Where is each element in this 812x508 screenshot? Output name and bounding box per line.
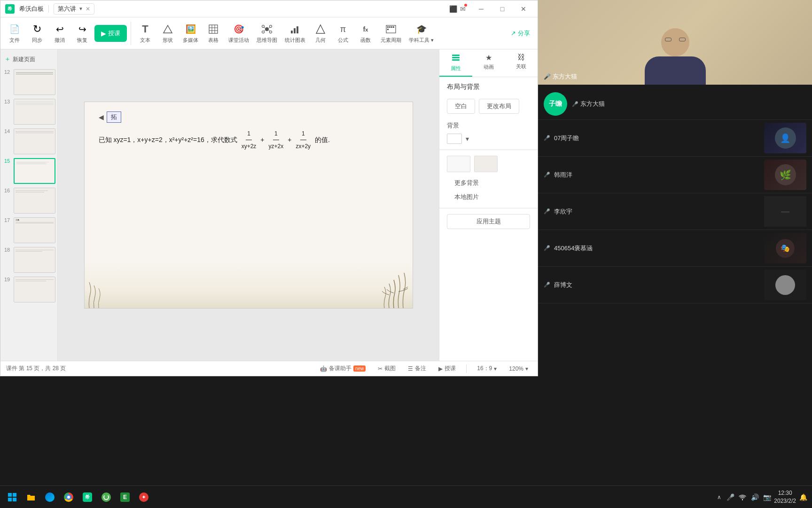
notification-icon[interactable]: ✉ <box>460 5 466 13</box>
slide-thumb-14[interactable] <box>14 128 55 154</box>
slide-thumb-12[interactable] <box>14 69 55 95</box>
participant-avatar-0: 子瞻 <box>544 92 567 116</box>
bg-color-swatch[interactable] <box>447 134 462 144</box>
slide-item-14[interactable]: 14 <box>0 127 57 156</box>
new-page-label: 新建页面 <box>13 56 35 64</box>
ai-assist-button[interactable]: 🤖 备课助手 new <box>316 364 369 373</box>
notes-button[interactable]: ☰ 备注 <box>404 364 430 373</box>
presenter-video <box>538 0 812 85</box>
slide-thumb-13[interactable] <box>14 99 55 125</box>
svg-rect-29 <box>13 493 16 497</box>
tool-formula[interactable]: π 公式 <box>333 21 353 46</box>
file-explorer-button[interactable] <box>23 489 39 506</box>
participant-name-0: 🎤 东方大猫 <box>572 100 806 108</box>
slide-thumb-18[interactable] <box>14 247 55 273</box>
func-icon: fx <box>359 23 372 36</box>
slide-item-12[interactable]: 12 <box>0 67 57 97</box>
slide-item-15[interactable]: 15 <box>0 156 57 186</box>
chrome-icon <box>64 492 73 502</box>
evernote-button[interactable]: E <box>117 489 133 506</box>
math-formula: 1 xy+2z + 1 yz+2x + 1 zx+2y <box>239 127 313 153</box>
mic-sys-icon[interactable]: 🎤 <box>725 492 735 502</box>
props-tab-animation[interactable]: ★ 动画 <box>472 49 505 77</box>
ratio-button[interactable]: 16：9 ▾ <box>473 364 500 373</box>
bg-preview-2[interactable] <box>474 156 498 172</box>
participant-mic-4: 🎤 <box>544 245 550 251</box>
tool-activity[interactable]: 🎯 课堂活动 <box>226 21 252 46</box>
browser-button[interactable] <box>60 489 77 506</box>
zoom-button[interactable]: 120% ▾ <box>505 365 532 373</box>
tool-chart[interactable]: 统计图表 <box>282 21 308 46</box>
new-page-button[interactable]: ＋ 新建页面 <box>0 53 57 67</box>
tool-redo[interactable]: ↪ 恢复 <box>72 21 93 46</box>
close-button[interactable]: ✕ <box>514 2 533 16</box>
slide-item-18[interactable]: 18 <box>0 245 57 275</box>
maximize-button[interactable]: □ <box>493 2 512 16</box>
tool-undo[interactable]: ↩ 撤消 <box>49 21 70 46</box>
props-tab-relation[interactable]: ⛓ 关联 <box>505 49 538 77</box>
formula-icon: π <box>336 23 350 36</box>
green-app-button[interactable] <box>98 489 115 506</box>
wifi-icon[interactable] <box>737 492 748 502</box>
props-tabs: 属性 ★ 动画 ⛓ 关联 <box>439 49 538 77</box>
speaker-icon[interactable]: 🔊 <box>750 492 760 502</box>
title-tab[interactable]: 第六讲 ▼ ✕ <box>54 3 94 15</box>
slide-item-17[interactable]: 17 三角 <box>0 215 57 245</box>
more-backgrounds-link[interactable]: 更多背景 <box>447 176 530 190</box>
slide-thumb-15[interactable] <box>14 158 55 184</box>
subject-icon: 🎓 <box>415 23 428 36</box>
props-tab-properties[interactable]: 属性 <box>439 49 472 77</box>
minimize-button[interactable]: ─ <box>472 2 491 16</box>
edge-button[interactable] <box>41 489 58 506</box>
start-button[interactable] <box>4 489 21 506</box>
svg-rect-25 <box>452 55 460 56</box>
tab-dropdown-icon[interactable]: ▼ <box>78 6 83 11</box>
screenshot-button[interactable]: ✂ 截图 <box>374 364 399 373</box>
tool-media[interactable]: 🖼️ 多媒体 <box>180 21 201 46</box>
plus-1: + <box>260 133 264 147</box>
teach-button[interactable]: ▶ 授课 <box>435 364 460 373</box>
tool-func[interactable]: fx 函数 <box>355 21 376 46</box>
xiwo-button[interactable]: 希 <box>79 489 96 506</box>
blank-option[interactable]: 空白 <box>447 99 475 114</box>
animation-icon: ★ <box>485 53 492 62</box>
share-button[interactable]: ↗ 分享 <box>507 27 534 40</box>
tool-formula-label: 公式 <box>338 37 348 44</box>
slide-item-13[interactable]: 13 <box>0 97 57 127</box>
tool-geo[interactable]: 几何 <box>310 21 331 46</box>
math-problem-text: 已知 xyz=1，x+y+z=2，x²+y²+z²=16，求代数式 1 xy+2… <box>99 127 398 153</box>
svg-marker-0 <box>164 25 172 33</box>
tool-period[interactable]: 元素周期 <box>378 21 404 46</box>
tool-mindmap[interactable]: 思维导图 <box>254 21 280 46</box>
tool-sync[interactable]: ↻ 同步 <box>27 21 47 46</box>
tool-text[interactable]: T 文本 <box>135 21 156 46</box>
local-image-link[interactable]: 本地图片 <box>447 190 530 204</box>
slide-num-14: 14 <box>4 128 12 134</box>
bg-preview-1[interactable] <box>447 156 470 172</box>
undo-icon: ↩ <box>53 23 66 36</box>
tool-shape[interactable]: 形状 <box>157 21 178 46</box>
screen-cast-icon[interactable]: ⬛ <box>449 5 457 13</box>
slide-item-19[interactable]: 19 <box>0 275 57 304</box>
tool-file[interactable]: 📄 文件 <box>4 21 25 46</box>
bg-dropdown-icon[interactable]: ▾ <box>466 135 469 143</box>
windows-logo-icon <box>8 493 16 501</box>
slide-thumb-19[interactable] <box>14 277 55 302</box>
tab-label: 第六讲 <box>58 5 76 13</box>
tray-expand-icon[interactable]: ∧ <box>715 494 723 500</box>
tool-subject[interactable]: 🎓 学科工具 ▾ <box>406 21 437 46</box>
tab-close-icon[interactable]: ✕ <box>86 6 90 12</box>
slide-item-16[interactable]: 16 <box>0 186 57 215</box>
canvas-area[interactable]: ◀ 拓 已知 xyz=1，x+y+z=2，x²+y²+z²=16，求代数式 1 … <box>58 49 439 361</box>
app-logo: 希 <box>5 4 15 14</box>
slide-thumb-16[interactable] <box>14 188 55 214</box>
red-app-button[interactable]: ✦ <box>135 489 152 506</box>
notification-sys-icon[interactable]: 🔔 <box>798 492 808 502</box>
apply-theme-button[interactable]: 应用主题 <box>447 214 530 229</box>
change-layout-option[interactable]: 更改布局 <box>479 99 519 114</box>
start-class-button[interactable]: ▶ 授课 <box>94 25 127 42</box>
camera-icon[interactable]: 📷 <box>762 492 772 502</box>
tool-table[interactable]: 表格 <box>203 21 224 46</box>
slide-thumb-17[interactable]: 三角 <box>14 217 55 243</box>
participant-row-4: 🎤 450654褒慕涵 <box>544 244 759 253</box>
